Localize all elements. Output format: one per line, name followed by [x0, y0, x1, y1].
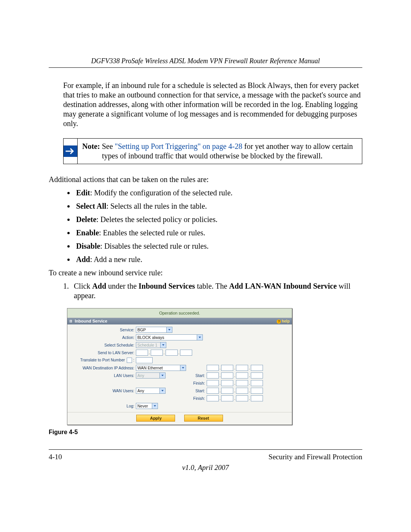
- figure-caption: Figure 4-5: [49, 429, 362, 436]
- lanusers-select: Any: [136, 372, 166, 379]
- service-select[interactable]: BGP: [136, 327, 172, 333]
- intro-paragraph: For example, if an inbound rule for a sc…: [49, 81, 362, 128]
- t: Click: [74, 282, 92, 290]
- note-link[interactable]: "Setting up Port Triggering" on page 4-2…: [115, 142, 242, 150]
- label-action: Action:: [70, 335, 136, 340]
- label-translate: Translate to Port Number :: [70, 358, 136, 363]
- list-item: Enable: Enables the selected rule or rul…: [75, 228, 362, 238]
- wanusers-select[interactable]: Any: [136, 388, 166, 394]
- list-item: Edit: Modify the configuration of the se…: [75, 188, 362, 198]
- action-term: Delete: [76, 215, 96, 224]
- wan-start-ip[interactable]: ...: [207, 388, 263, 394]
- version-date: v1.0, April 2007: [49, 463, 362, 472]
- action-desc: : Deletes the selected policy or policie…: [96, 215, 217, 224]
- apply-button[interactable]: Apply: [136, 415, 175, 422]
- label-wanusers: WAN Users:: [70, 388, 136, 393]
- action-term: Add: [76, 255, 90, 264]
- schedule-select: Schedule 1: [136, 342, 166, 348]
- action-term: Edit: [76, 189, 90, 197]
- lan-finish-ip[interactable]: ...: [207, 380, 263, 386]
- action-desc: : Modify the configuration of the select…: [90, 189, 233, 197]
- form-body: Service: BGP Action: BLOCK always Select…: [67, 324, 292, 412]
- section-title: Inbound Service: [75, 319, 107, 323]
- page: DGFV338 ProSafe Wireless ADSL Modem VPN …: [0, 0, 411, 495]
- chevron-down-icon: [152, 403, 158, 409]
- list-item: Disable: Disables the selected rule or r…: [75, 241, 362, 251]
- label-lanusers: LAN Users:: [70, 373, 136, 378]
- t: table. The: [195, 282, 229, 290]
- note-before: See: [100, 142, 115, 150]
- action-desc: : Add a new rule.: [90, 255, 142, 264]
- label-service: Service:: [70, 328, 136, 332]
- chevron-down-icon: [197, 335, 202, 340]
- additional-intro: Additional actions that can be taken on …: [49, 175, 362, 184]
- status-bar: Operation succeeded.: [67, 308, 292, 318]
- chevron-down-icon: [166, 327, 172, 332]
- actions-list: Edit: Modify the configuration of the se…: [49, 188, 362, 264]
- list-item: Select All: Selects all the rules in the…: [75, 201, 362, 211]
- label-start: Start:: [188, 373, 205, 378]
- note-text: Note: See "Setting up Port Triggering" o…: [78, 139, 362, 164]
- label-wandest: WAN Destination IP Address:: [70, 366, 136, 370]
- t: Add: [92, 282, 106, 290]
- help-link[interactable]: ?help: [277, 319, 290, 324]
- t: Add LAN-WAN Inbound Service: [229, 282, 337, 290]
- section-header: ⊞ Inbound Service ?help: [67, 318, 292, 324]
- chapter-title: Security and Firewall Protection: [269, 453, 362, 461]
- action-term: Select All: [76, 202, 106, 210]
- step-1: Click Add under the Inbound Services tab…: [71, 281, 362, 300]
- reset-button[interactable]: Reset: [184, 415, 223, 422]
- button-bar: Apply Reset: [67, 412, 292, 425]
- note-icon-cell: [64, 139, 78, 164]
- help-label: help: [282, 319, 290, 323]
- lan-start-ip[interactable]: ...: [207, 372, 263, 379]
- action-desc: : Enables the selected rule or rules.: [99, 228, 205, 237]
- note-box: Note: See "Setting up Port Triggering" o…: [63, 138, 362, 164]
- label-finish: Finish:: [188, 381, 205, 385]
- running-header: DGFV338 ProSafe Wireless ADSL Modem VPN …: [49, 57, 362, 68]
- action-desc: : Disables the selected rule or rules.: [100, 242, 209, 250]
- list-item: Add: Add a new rule.: [75, 255, 362, 264]
- log-select[interactable]: Never: [136, 403, 158, 409]
- create-intro: To create a new inbound service rule:: [49, 268, 362, 278]
- label-log: Log:: [70, 404, 136, 408]
- note-prefix: Note:: [82, 142, 100, 150]
- inbound-service-form: Operation succeeded. ⊞ Inbound Service ?…: [67, 308, 292, 425]
- chevron-down-icon: [180, 365, 186, 371]
- action-term: Enable: [76, 228, 99, 237]
- chevron-down-icon: [159, 373, 165, 378]
- chevron-down-icon: [160, 342, 166, 348]
- label-send: Send to LAN Server:: [70, 350, 136, 355]
- label-finish2: Finish:: [188, 396, 205, 401]
- t: Inbound Services: [139, 282, 195, 290]
- wan-finish-ip[interactable]: ...: [207, 395, 263, 401]
- action-select[interactable]: BLOCK always: [136, 334, 203, 340]
- footer: 4-10 Security and Firewall Protection: [49, 449, 362, 461]
- arrow-right-icon: [64, 145, 77, 157]
- translate-port-input[interactable]: [136, 357, 153, 363]
- list-item: Delete: Deletes the selected policy or p…: [75, 215, 362, 224]
- wandest-select[interactable]: WAN Ethernet: [136, 365, 186, 371]
- action-term: Disable: [76, 242, 100, 250]
- steps: Click Add under the Inbound Services tab…: [49, 281, 362, 300]
- label-start2: Start:: [188, 388, 205, 393]
- translate-checkbox[interactable]: [127, 358, 132, 363]
- send-ip[interactable]: ...: [136, 350, 192, 356]
- label-schedule: Select Schedule:: [70, 343, 136, 347]
- chevron-down-icon: [159, 388, 165, 393]
- action-desc: : Selects all the rules in the table.: [106, 202, 207, 210]
- t: under the: [106, 282, 139, 290]
- page-number: 4-10: [49, 453, 62, 461]
- wandest-ip[interactable]: ...: [207, 365, 263, 371]
